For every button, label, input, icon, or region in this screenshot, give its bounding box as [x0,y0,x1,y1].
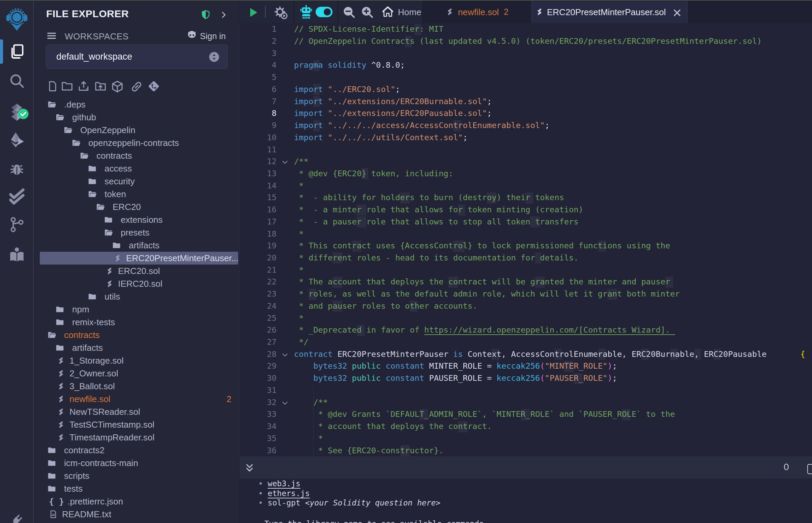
upload-folder-icon[interactable] [94,80,107,94]
code-line-18[interactable]: * [294,228,304,240]
line-number-10[interactable]: 10 [239,132,277,144]
code-line-15[interactable]: * - ability for holders to burn (destroy… [294,192,564,204]
terminal-checkbox[interactable] [807,464,812,474]
double-chevron-down-icon[interactable] [244,462,255,475]
tree-item-openzeppelin-contracts[interactable]: openzeppelin-contracts [34,137,239,149]
tree-item-token[interactable]: token [34,188,239,200]
tree-item-2_Owner.sol[interactable]: 2_Owner.sol [34,367,239,380]
tree-item-remix-tests[interactable]: remix-tests [34,316,239,328]
line-number-17[interactable]: 17 [239,216,277,228]
activity-remix-logo[interactable] [0,7,34,33]
tree-item-presets[interactable]: presets [34,226,239,239]
line-number-24[interactable]: 24 [239,300,277,312]
line-number-8[interactable]: 8 [239,108,277,120]
line-number-16[interactable]: 16 [239,204,277,216]
line-number-5[interactable]: 5 [239,71,277,84]
new-file-icon[interactable] [47,80,59,94]
line-number-11[interactable]: 11 [239,144,277,156]
code-line-22[interactable]: * The account that deploys the contract … [294,276,670,288]
code-line-23[interactable]: * roles, as well as the default admin ro… [294,288,680,300]
line-number-19[interactable]: 19 [239,240,277,252]
code-line-27[interactable]: */ [294,336,308,348]
code-line-21[interactable]: * [294,264,304,276]
terminal-output[interactable]: •web3.js•ethers.js•sol-gpt <your Solidit… [240,479,812,523]
code-line-8[interactable]: import "../extensions/ERC20Pausable.sol"… [294,108,492,120]
terminal-link[interactable]: web3.js [268,479,300,488]
code-line-32[interactable]: /** [294,397,328,409]
code-line-25[interactable]: * [294,312,304,325]
workspace-select[interactable]: default_workspace [46,44,228,69]
tree-item-NewTSReader.sol[interactable]: NewTSReader.sol [34,405,239,418]
tree-item-1_Storage.sol[interactable]: 1_Storage.sol [34,354,239,367]
tree-item-contracts2[interactable]: contracts2 [34,444,239,457]
code-line-24[interactable]: * and pauser roles to other accounts. [294,300,477,312]
tree-item-.deps[interactable]: .deps [34,98,239,111]
new-folder-icon[interactable] [60,80,74,94]
tab-newfile[interactable]: newfile.sol [458,7,499,18]
line-number-7[interactable]: 7 [239,96,277,108]
sign-in-button[interactable]: Sign in [200,31,226,41]
code-line-30[interactable]: bytes32 public constant PAUSER_ROLE = ke… [294,372,617,384]
terminal-bar[interactable] [240,456,812,479]
git-clone-icon[interactable] [147,80,160,94]
activity-plugin-manager[interactable] [0,507,34,523]
run-script-button[interactable] [247,6,259,20]
line-number-36[interactable]: 36 [239,445,277,457]
code-line-12[interactable]: /** [294,156,308,168]
tree-item-npm[interactable]: npm [34,303,239,316]
line-number-4[interactable]: 4 [239,59,277,71]
tree-item-.prettierrc.json[interactable]: { }.prettierrc.json [34,495,239,508]
code-line-6[interactable]: import "../ERC20.sol"; [294,84,400,96]
tree-item-TestSCTimestamp.sol[interactable]: TestSCTimestamp.sol [34,418,239,431]
line-number-26[interactable]: 26 [239,324,277,336]
line-number-14[interactable]: 14 [239,180,277,192]
tree-item-contracts[interactable]: contracts [34,328,239,341]
tree-item-ERC20PresetMinterPauser...[interactable]: ERC20PresetMinterPauser... [34,252,239,265]
code-line-10[interactable]: import "../../../utils/Context.sol"; [294,132,468,144]
activity-unit-testing[interactable] [0,184,34,209]
line-number-15[interactable]: 15 [239,192,277,204]
fold-chevron-icon[interactable] [281,349,290,365]
line-number-3[interactable]: 3 [239,48,277,60]
tree-item-3_Ballot.sol[interactable]: 3_Ballot.sol [34,380,239,393]
line-number-18[interactable]: 18 [239,228,277,240]
code-line-9[interactable]: import "../../../access/AccessControlEnu… [294,120,550,132]
tab-active-label[interactable]: ERC20PresetMinterPauser.sol [547,7,666,18]
tree-item-scripts[interactable]: scripts [34,469,239,482]
ipfs-cube-icon[interactable] [110,80,124,95]
line-number-25[interactable]: 25 [239,312,277,325]
fold-chevron-icon[interactable] [281,156,290,173]
code-line-16[interactable]: * - a minter role that allows for token … [294,204,583,216]
tree-item-artifacts[interactable]: artifacts [34,341,239,354]
line-number-2[interactable]: 2 [239,35,277,48]
line-number-9[interactable]: 9 [239,120,277,132]
line-number-30[interactable]: 30 [239,372,277,384]
line-number-23[interactable]: 23 [239,288,277,300]
activity-solidity-compiler[interactable] [0,100,34,125]
activity-debugger[interactable] [0,156,34,182]
zoom-out-button[interactable] [342,5,356,21]
tree-item-icm-contracts-main[interactable]: icm-contracts-main [34,457,239,469]
tree-item-OpenZeppelin[interactable]: OpenZeppelin [34,124,239,137]
tree-item-security[interactable]: security [34,175,239,188]
activity-file-explorer[interactable] [0,39,34,65]
tree-item-README.txt[interactable]: README.txt [34,508,239,521]
terminal-link[interactable]: ethers.js [268,489,310,498]
code-editor[interactable]: // SPDX-License-Identifier: MIT// OpenZe… [240,23,812,456]
tree-item-contracts[interactable]: contracts [34,149,239,162]
activity-learneth[interactable] [0,242,34,268]
link-icon[interactable] [129,80,144,95]
ai-robot-icon[interactable] [299,4,314,22]
code-line-14[interactable]: * [294,180,304,192]
activity-git[interactable] [0,212,34,237]
tree-item-ERC20[interactable]: ERC20 [34,200,239,213]
close-tab-icon[interactable] [672,8,682,19]
code-line-33[interactable]: * @dev Grants `DEFAULT_ADMIN_ROLE`, `MIN… [294,409,675,420]
tree-item-IERC20.sol[interactable]: IERC20.sol [34,277,239,290]
tree-item-github[interactable]: github [34,111,239,124]
upload-file-icon[interactable] [77,80,90,94]
home-icon[interactable] [381,5,394,20]
activity-search[interactable] [0,68,34,94]
tree-item-artifacts[interactable]: artifacts [34,239,239,252]
code-line-35[interactable]: * [294,433,323,445]
